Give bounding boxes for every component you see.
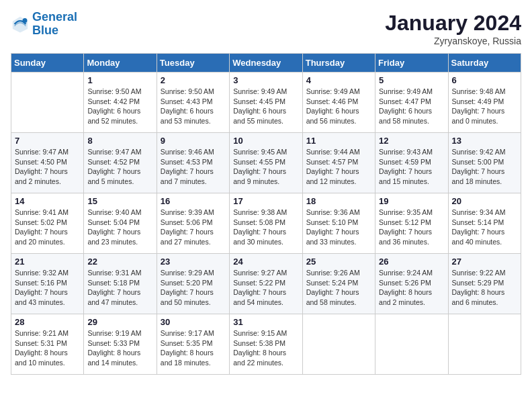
day-number: 13 [452,136,517,146]
calendar-cell: 2Sunrise: 9:50 AMSunset: 4:43 PMDaylight… [157,73,229,133]
day-number: 19 [379,196,444,206]
calendar-cell: 21Sunrise: 9:32 AMSunset: 5:16 PMDayligh… [11,254,84,314]
month-title: January 2024 [385,11,521,36]
calendar-cell: 20Sunrise: 9:34 AMSunset: 5:14 PMDayligh… [448,193,521,254]
day-info: Sunrise: 9:45 AMSunset: 4:55 PMDaylight:… [233,147,298,187]
day-number: 1 [87,75,152,85]
calendar-cell: 16Sunrise: 9:39 AMSunset: 5:06 PMDayligh… [157,193,229,254]
day-number: 27 [452,257,517,267]
logo-line1: General [32,10,77,24]
calendar-cell: 25Sunrise: 9:26 AMSunset: 5:24 PMDayligh… [302,254,375,314]
day-number: 26 [379,257,444,267]
day-info: Sunrise: 9:47 AMSunset: 4:52 PMDaylight:… [87,147,152,187]
calendar-cell [448,314,521,375]
calendar-cell: 15Sunrise: 9:40 AMSunset: 5:04 PMDayligh… [84,193,157,254]
day-number: 9 [161,136,226,146]
day-info: Sunrise: 9:49 AMSunset: 4:47 PMDaylight:… [379,87,444,126]
header-row: SundayMondayTuesdayWednesdayThursdayFrid… [11,54,521,73]
day-info: Sunrise: 9:35 AMSunset: 5:12 PMDaylight:… [379,208,444,247]
logo-text: General Blue [32,11,77,38]
location: Zyryanskoye, Russia [385,36,521,46]
day-header-monday: Monday [84,54,157,73]
calendar-cell [375,314,448,375]
day-info: Sunrise: 9:34 AMSunset: 5:14 PMDaylight:… [452,208,517,247]
day-info: Sunrise: 9:43 AMSunset: 4:59 PMDaylight:… [379,147,444,187]
day-number: 20 [452,196,517,206]
day-number: 5 [379,75,444,85]
calendar-week-1: 1Sunrise: 9:50 AMSunset: 4:42 PMDaylight… [11,73,521,133]
day-number: 25 [306,257,371,267]
day-number: 7 [15,136,80,146]
day-info: Sunrise: 9:32 AMSunset: 5:16 PMDaylight:… [15,268,80,308]
day-info: Sunrise: 9:38 AMSunset: 5:08 PMDaylight:… [233,208,298,247]
day-info: Sunrise: 9:31 AMSunset: 5:18 PMDaylight:… [87,268,152,308]
day-info: Sunrise: 9:36 AMSunset: 5:10 PMDaylight:… [306,208,371,247]
title-block: January 2024 Zyryanskoye, Russia [385,11,521,46]
day-number: 15 [87,196,152,206]
day-number: 28 [15,317,80,327]
calendar-cell: 7Sunrise: 9:47 AMSunset: 4:50 PMDaylight… [11,133,84,193]
calendar-cell: 14Sunrise: 9:41 AMSunset: 5:02 PMDayligh… [11,193,84,254]
calendar-cell: 22Sunrise: 9:31 AMSunset: 5:18 PMDayligh… [84,254,157,314]
day-number: 29 [87,317,152,327]
day-info: Sunrise: 9:42 AMSunset: 5:00 PMDaylight:… [452,147,517,187]
calendar-cell: 17Sunrise: 9:38 AMSunset: 5:08 PMDayligh… [230,193,302,254]
day-number: 3 [233,75,298,85]
day-number: 2 [161,75,226,85]
day-number: 21 [15,257,80,267]
logo-icon [11,15,30,34]
calendar-cell: 23Sunrise: 9:29 AMSunset: 5:20 PMDayligh… [157,254,229,314]
calendar-cell: 27Sunrise: 9:22 AMSunset: 5:29 PMDayligh… [448,254,521,314]
day-number: 18 [306,196,371,206]
calendar-cell: 19Sunrise: 9:35 AMSunset: 5:12 PMDayligh… [375,193,448,254]
calendar-week-5: 28Sunrise: 9:21 AMSunset: 5:31 PMDayligh… [11,314,521,375]
calendar-week-4: 21Sunrise: 9:32 AMSunset: 5:16 PMDayligh… [11,254,521,314]
calendar-cell: 8Sunrise: 9:47 AMSunset: 4:52 PMDaylight… [84,133,157,193]
day-header-saturday: Saturday [448,54,521,73]
calendar-table: SundayMondayTuesdayWednesdayThursdayFrid… [11,53,521,375]
day-info: Sunrise: 9:40 AMSunset: 5:04 PMDaylight:… [87,208,152,247]
day-number: 17 [233,196,298,206]
logo: General Blue [11,11,77,38]
day-number: 30 [161,317,226,327]
day-number: 16 [161,196,226,206]
calendar-week-2: 7Sunrise: 9:47 AMSunset: 4:50 PMDaylight… [11,133,521,193]
day-number: 22 [87,257,152,267]
calendar-cell: 30Sunrise: 9:17 AMSunset: 5:35 PMDayligh… [157,314,229,375]
calendar-cell: 3Sunrise: 9:49 AMSunset: 4:45 PMDaylight… [230,73,302,133]
day-info: Sunrise: 9:24 AMSunset: 5:26 PMDaylight:… [379,268,444,308]
calendar-cell: 4Sunrise: 9:49 AMSunset: 4:46 PMDaylight… [302,73,375,133]
day-number: 6 [452,75,517,85]
calendar-cell: 26Sunrise: 9:24 AMSunset: 5:26 PMDayligh… [375,254,448,314]
day-info: Sunrise: 9:49 AMSunset: 4:46 PMDaylight:… [306,87,371,126]
day-header-wednesday: Wednesday [230,54,302,73]
day-number: 10 [233,136,298,146]
day-info: Sunrise: 9:48 AMSunset: 4:49 PMDaylight:… [452,87,517,126]
day-number: 4 [306,75,371,85]
day-number: 31 [233,317,298,327]
day-info: Sunrise: 9:50 AMSunset: 4:43 PMDaylight:… [161,87,226,126]
calendar-cell: 31Sunrise: 9:15 AMSunset: 5:38 PMDayligh… [230,314,302,375]
day-info: Sunrise: 9:15 AMSunset: 5:38 PMDaylight:… [233,328,298,368]
calendar-cell: 18Sunrise: 9:36 AMSunset: 5:10 PMDayligh… [302,193,375,254]
day-header-sunday: Sunday [11,54,84,73]
day-number: 12 [379,136,444,146]
day-info: Sunrise: 9:39 AMSunset: 5:06 PMDaylight:… [161,208,226,247]
calendar-week-3: 14Sunrise: 9:41 AMSunset: 5:02 PMDayligh… [11,193,521,254]
day-header-friday: Friday [375,54,448,73]
day-info: Sunrise: 9:17 AMSunset: 5:35 PMDaylight:… [161,328,226,368]
day-info: Sunrise: 9:26 AMSunset: 5:24 PMDaylight:… [306,268,371,308]
day-info: Sunrise: 9:27 AMSunset: 5:22 PMDaylight:… [233,268,298,308]
day-number: 23 [161,257,226,267]
day-info: Sunrise: 9:49 AMSunset: 4:45 PMDaylight:… [233,87,298,126]
page-header: General Blue January 2024 Zyryanskoye, R… [11,11,521,46]
calendar-cell: 29Sunrise: 9:19 AMSunset: 5:33 PMDayligh… [84,314,157,375]
day-info: Sunrise: 9:19 AMSunset: 5:33 PMDaylight:… [87,328,152,368]
day-number: 24 [233,257,298,267]
day-info: Sunrise: 9:21 AMSunset: 5:31 PMDaylight:… [15,328,80,368]
calendar-header: SundayMondayTuesdayWednesdayThursdayFrid… [11,54,521,73]
svg-point-1 [23,18,28,23]
calendar-cell: 24Sunrise: 9:27 AMSunset: 5:22 PMDayligh… [230,254,302,314]
calendar-cell: 1Sunrise: 9:50 AMSunset: 4:42 PMDaylight… [84,73,157,133]
calendar-cell: 6Sunrise: 9:48 AMSunset: 4:49 PMDaylight… [448,73,521,133]
